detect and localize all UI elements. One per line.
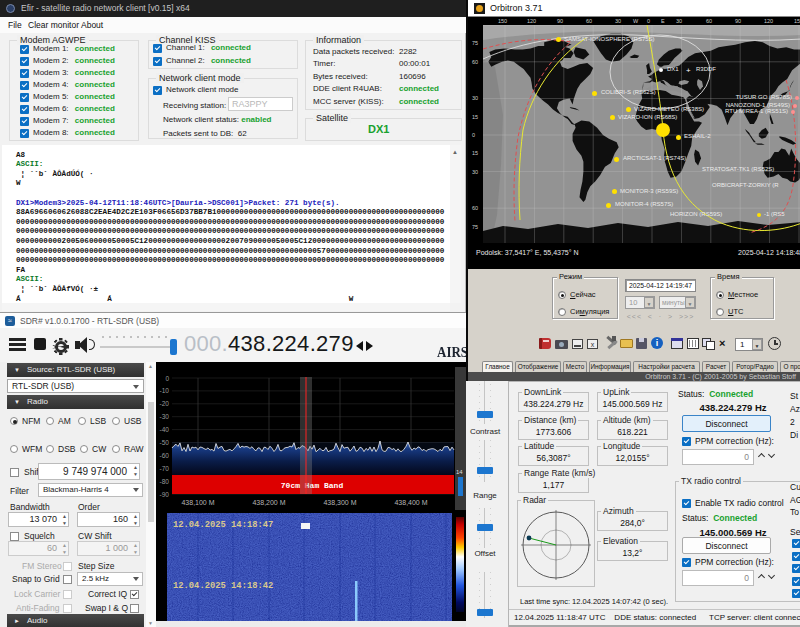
svg-text:-50: -50 [160,439,170,446]
svg-text:-80: -80 [160,478,170,485]
svg-text:14: 14 [456,469,463,475]
svg-text:-60: -60 [160,452,170,459]
svg-text:-10: -10 [160,387,170,394]
svg-text:438,200 M: 438,200 M [252,499,285,506]
svg-text:-90: -90 [160,491,170,498]
svg-text:-30: -30 [160,413,170,420]
svg-text:438,300 M: 438,300 M [323,499,356,506]
svg-text:-20: -20 [160,400,170,407]
svg-text:438,400 M: 438,400 M [394,499,427,506]
svg-text:-40: -40 [160,426,170,433]
svg-text:-70: -70 [160,465,170,472]
svg-text:12.04.2025 14:18:47: 12.04.2025 14:18:47 [173,520,273,530]
svg-text:12.04.2025 14:18:42: 12.04.2025 14:18:42 [173,581,273,591]
svg-text:70cm Ham Band: 70cm Ham Band [281,481,344,490]
svg-text:0: 0 [165,375,169,382]
svg-text:438,100 M: 438,100 M [181,499,214,506]
